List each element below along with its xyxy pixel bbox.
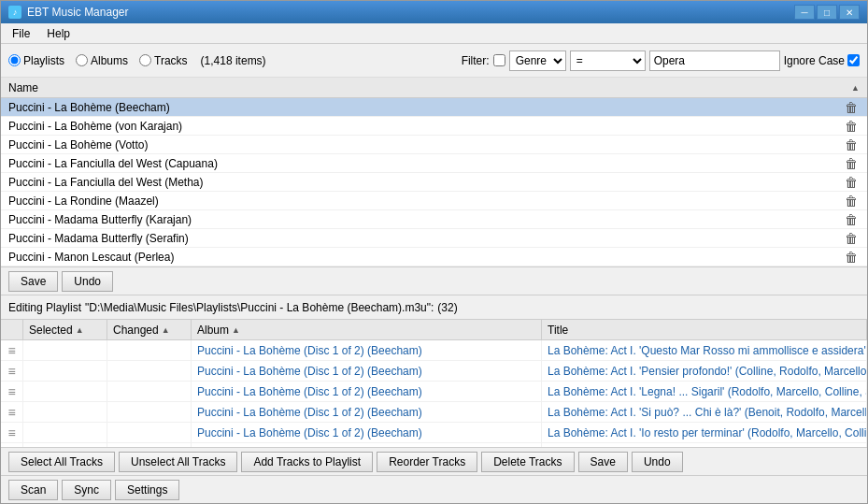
- playlist-delete-icon[interactable]: 🗑: [843, 99, 860, 116]
- toolbar: Playlists Albums Tracks (1,418 items) Fi…: [1, 44, 867, 78]
- playlist-delete-icon[interactable]: 🗑: [843, 193, 860, 209]
- playlist-delete-icon[interactable]: 🗑: [843, 230, 860, 247]
- filter-operator-select[interactable]: = != contains starts with: [570, 50, 646, 71]
- main-window: ♪ EBT Music Manager ─ □ ✕ File Help Play…: [0, 0, 868, 504]
- playlist-row[interactable]: Puccini - La Fanciulla del West (Metha) …: [1, 173, 867, 192]
- drag-handle-icon: ≡: [1, 402, 23, 422]
- playlist-delete-icon[interactable]: 🗑: [843, 249, 860, 266]
- playlist-panel: Name ▲ Puccini - La Bohème (Beecham) 🗑 P…: [1, 78, 867, 267]
- playlist-delete-icon[interactable]: 🗑: [843, 118, 860, 135]
- track-changed-cell: [107, 402, 192, 422]
- track-selected-cell: [23, 423, 107, 442]
- filter-checkbox[interactable]: [493, 54, 505, 66]
- sort-arrow-icon: ▲: [851, 83, 860, 93]
- tracks-header-row: Selected ▲ Changed ▲ Album ▲ Title: [1, 320, 867, 340]
- playlist-row[interactable]: Puccini - La Fanciulla del West (Capuana…: [1, 154, 867, 173]
- track-title-cell: La Bohème: Act I. 'Si può? ... Chi è là?…: [542, 402, 867, 422]
- settings-button[interactable]: Settings: [115, 480, 179, 500]
- title-bar: ♪ EBT Music Manager ─ □ ✕: [1, 1, 867, 23]
- tracks-undo-button[interactable]: Undo: [632, 452, 683, 472]
- filter-label: Filter:: [462, 54, 490, 67]
- menu-file[interactable]: File: [5, 25, 37, 42]
- save-undo-bar: Save Undo: [1, 267, 867, 295]
- track-title-cell: La Bohème: Act I. 'Io resto per terminar…: [542, 423, 867, 442]
- radio-albums[interactable]: Albums: [76, 54, 128, 67]
- table-row[interactable]: ≡ Puccini - La Bohème (Disc 1 of 2) (Bee…: [1, 340, 867, 361]
- playlist-delete-icon[interactable]: 🗑: [843, 137, 860, 153]
- playlist-delete-icon[interactable]: 🗑: [843, 174, 860, 191]
- scan-button[interactable]: Scan: [8, 480, 58, 500]
- menu-help[interactable]: Help: [39, 25, 78, 42]
- filter-value-input[interactable]: [649, 50, 780, 71]
- playlist-row[interactable]: Puccini - Madama Butterfly (Serafin) 🗑: [1, 229, 867, 248]
- window-title: EBT Music Manager: [27, 6, 129, 19]
- drag-handle-icon: ≡: [1, 361, 23, 381]
- changed-sort-icon: ▲: [162, 325, 170, 335]
- playlist-delete-icon[interactable]: 🗑: [843, 155, 860, 172]
- editing-path: "D:\Media\Music Files\Playlists\Puccini …: [85, 301, 434, 314]
- editing-label: Editing Playlist: [8, 301, 81, 314]
- reorder-tracks-button[interactable]: Reorder Tracks: [377, 452, 477, 472]
- track-selected-cell: [23, 340, 107, 360]
- track-selected-cell: [23, 382, 107, 401]
- track-changed-cell: [107, 340, 192, 360]
- track-changed-cell: [107, 382, 192, 401]
- radio-playlists[interactable]: Playlists: [8, 54, 64, 67]
- add-tracks-to-playlist-button[interactable]: Add Tracks to Playlist: [241, 452, 373, 472]
- playlist-list[interactable]: Puccini - La Bohème (Beecham) 🗑 Puccini …: [1, 98, 867, 266]
- playlist-row[interactable]: Puccini - La Bohème (Votto) 🗑: [1, 136, 867, 154]
- playlist-table-header: Name ▲: [1, 78, 867, 98]
- delete-tracks-button[interactable]: Delete Tracks: [481, 452, 574, 472]
- close-button[interactable]: ✕: [839, 5, 860, 20]
- menu-bar: File Help: [1, 23, 867, 44]
- playlist-name-column-header[interactable]: Name: [8, 81, 851, 94]
- drag-handle-icon: ≡: [1, 340, 23, 360]
- playlist-delete-icon[interactable]: 🗑: [843, 211, 860, 228]
- select-all-tracks-button[interactable]: Select All Tracks: [8, 452, 115, 472]
- unselect-all-tracks-button[interactable]: Unselect All Tracks: [119, 452, 237, 472]
- view-radio-group: Playlists Albums Tracks: [8, 54, 188, 67]
- tracks-col-title-header[interactable]: Title: [542, 320, 867, 339]
- playlist-row[interactable]: Puccini - Madama Butterfly (Karajan) 🗑: [1, 210, 867, 229]
- table-row[interactable]: ≡ Puccini - La Bohème (Disc 1 of 2) (Bee…: [1, 382, 867, 402]
- playlist-row[interactable]: Puccini - La Bohème (von Karajan) 🗑: [1, 117, 867, 136]
- track-title-cell: La Bohème: Act I. 'Questo Mar Rosso mi a…: [542, 340, 867, 360]
- tracks-body[interactable]: ≡ Puccini - La Bohème (Disc 1 of 2) (Bee…: [1, 340, 867, 447]
- sync-button[interactable]: Sync: [62, 480, 111, 500]
- playlist-row[interactable]: Puccini - Manon Lescaut (Perlea) 🗑: [1, 248, 867, 266]
- playlist-row[interactable]: Puccini - La Bohème (Beecham) 🗑: [1, 98, 867, 117]
- filter-field-select[interactable]: Genre Title Artist Album: [509, 50, 566, 71]
- title-bar-left: ♪ EBT Music Manager: [8, 6, 129, 19]
- radio-tracks[interactable]: Tracks: [139, 54, 188, 67]
- editing-info: Editing Playlist "D:\Media\Music Files\P…: [1, 295, 867, 320]
- playlist-row[interactable]: Puccini - La Rondine (Maazel) 🗑: [1, 192, 867, 210]
- filter-section: Filter: Genre Title Artist Album = != co…: [462, 50, 860, 71]
- track-album-cell: Puccini - La Bohème (Disc 1 of 2) (Beech…: [192, 382, 542, 401]
- drag-handle-icon: ≡: [1, 382, 23, 401]
- tracks-save-button[interactable]: Save: [578, 452, 628, 472]
- minimize-button[interactable]: ─: [794, 5, 815, 20]
- app-icon: ♪: [8, 6, 21, 19]
- track-album-cell: Puccini - La Bohème (Disc 1 of 2) (Beech…: [192, 423, 542, 442]
- tracks-col-selected-header[interactable]: Selected ▲: [23, 320, 107, 339]
- drag-handle-icon: ≡: [1, 423, 23, 442]
- tracks-col-album-header[interactable]: Album ▲: [192, 320, 542, 339]
- track-changed-cell: [107, 361, 192, 381]
- save-button[interactable]: Save: [8, 271, 58, 292]
- item-count: (1,418 items): [201, 54, 266, 67]
- track-album-cell: Puccini - La Bohème (Disc 1 of 2) (Beech…: [192, 361, 542, 381]
- title-bar-controls: ─ □ ✕: [794, 5, 860, 20]
- track-album-cell: Puccini - La Bohème (Disc 1 of 2) (Beech…: [192, 402, 542, 422]
- ignore-case-label[interactable]: Ignore Case: [784, 54, 860, 67]
- tracks-action-bar: Select All Tracks Unselect All Tracks Ad…: [1, 447, 867, 475]
- maximize-button[interactable]: □: [817, 5, 837, 20]
- tracks-col-drag-header[interactable]: [1, 320, 23, 339]
- ignore-case-checkbox[interactable]: [847, 54, 860, 66]
- tracks-col-changed-header[interactable]: Changed ▲: [107, 320, 192, 339]
- selected-sort-icon: ▲: [76, 325, 84, 335]
- table-row[interactable]: ≡ Puccini - La Bohème (Disc 1 of 2) (Bee…: [1, 423, 867, 443]
- table-row[interactable]: ≡ Puccini - La Bohème (Disc 1 of 2) (Bee…: [1, 361, 867, 382]
- table-row[interactable]: ≡ Puccini - La Bohème (Disc 1 of 2) (Bee…: [1, 402, 867, 423]
- album-sort-icon: ▲: [232, 325, 240, 335]
- undo-button[interactable]: Undo: [62, 271, 113, 292]
